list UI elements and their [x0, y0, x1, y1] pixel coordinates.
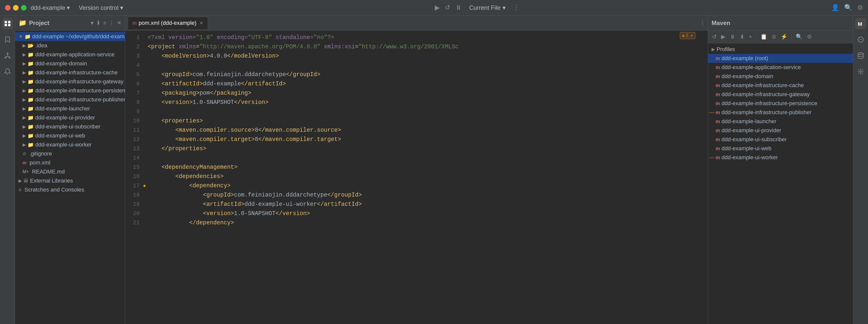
spring-icon[interactable]: [855, 66, 866, 77]
sidebar-item-infra-publisher[interactable]: ▶ 📁 ddd-example-infrastructure-publisher: [15, 95, 125, 104]
infra-cache-folder-icon: 📁: [28, 69, 34, 76]
current-file-button[interactable]: Current File ▾: [467, 3, 508, 12]
maven-refresh-icon[interactable]: ↺: [711, 33, 718, 41]
more-options-icon[interactable]: ⋮: [513, 4, 520, 11]
user-icon[interactable]: 👤: [831, 4, 839, 11]
sidebar-chevron-icon: ▾: [91, 20, 94, 27]
sidebar-title: Project: [29, 20, 88, 27]
maven-minus-publisher-icon: —: [709, 109, 715, 116]
code-line-5: <groupId>com.feiniaojin.dddarchetype</gr…: [148, 70, 708, 79]
line-num-6: 6: [125, 79, 140, 89]
sort-icon[interactable]: ≡: [103, 20, 106, 26]
maven-search-icon[interactable]: 🔍: [794, 33, 804, 41]
profiles-label: Profiles: [717, 46, 735, 53]
code-line-13: </properties>: [148, 144, 708, 153]
tab-pom-xml[interactable]: m pom.xml (ddd-example) ✕: [128, 17, 208, 29]
pause-icon[interactable]: ⏸: [455, 4, 462, 11]
maven-item-ui-provider[interactable]: m ddd-example-ui-provider: [708, 126, 853, 135]
refresh-icon[interactable]: ↺: [445, 4, 450, 11]
fullscreen-button[interactable]: [21, 5, 27, 10]
bookmarks-icon[interactable]: [2, 34, 13, 45]
tab-close-icon[interactable]: ✕: [199, 20, 203, 26]
svg-line-8: [5, 56, 7, 57]
maven-item-ui-subscriber[interactable]: m ddd-example-ui-subscriber: [708, 135, 853, 144]
editor-area: m pom.xml (ddd-example) ✕ ⋮ 1 2 3 4 5 6 …: [125, 16, 708, 324]
maven-item-domain[interactable]: m ddd-example-domain: [708, 72, 853, 81]
code-line-7: <packaging>pom</packaging>: [148, 89, 708, 98]
sidebar-item-infra-cache[interactable]: ▶ 📁 ddd-example-infrastructure-cache: [15, 68, 125, 77]
sidebar-item-ui-web[interactable]: ▶ 📁 ddd-example-ui-web: [15, 131, 125, 140]
maven-item-launcher[interactable]: m ddd-example-launcher: [708, 117, 853, 126]
sidebar-item-external-libs[interactable]: ▶ 🏛 External Libraries: [15, 176, 125, 185]
maven-item-infra-publisher[interactable]: — m ddd-example-infrastructure-publisher: [708, 108, 853, 117]
sidebar-item-app-service[interactable]: ▶ 📁 ddd-example-application-service: [15, 50, 125, 59]
run-icon[interactable]: ▶: [435, 4, 440, 11]
gutter-bookmark-icon: ◆: [143, 181, 146, 190]
code-line-21: </dependency>: [148, 218, 708, 228]
minimize-button[interactable]: [13, 5, 19, 10]
sidebar-item-launcher[interactable]: ▶ 📁 ddd-example-launcher: [15, 104, 125, 113]
sidebar-item-gitignore[interactable]: ⊘ .gitignore: [15, 149, 125, 158]
line-num-16: 16: [125, 172, 140, 181]
sidebar-item-infra-gateway[interactable]: ▶ 📁 ddd-example-infrastructure-gateway: [15, 77, 125, 86]
current-file-label: Current File: [469, 4, 501, 11]
search-icon[interactable]: 🔍: [844, 4, 852, 11]
gradle-icon[interactable]: [855, 34, 866, 45]
version-control-label: Version control: [79, 4, 119, 11]
maven-m-icon-ui-provider: m: [716, 128, 720, 134]
maven-item-ui-worker[interactable]: — m ddd-example-ui-worker: [708, 153, 853, 162]
sidebar-toolbar: ⬇ ≡ ⋮ ✕: [96, 20, 121, 26]
database-icon[interactable]: [855, 50, 866, 61]
collapse-all-icon[interactable]: ⬇: [96, 20, 101, 26]
maven-profiles-section[interactable]: ▶ Profiles: [708, 45, 853, 54]
tab-settings-icon[interactable]: ⋮: [700, 20, 705, 26]
sidebar-item-ui-worker[interactable]: ▶ 📁 ddd-example-ui-worker: [15, 140, 125, 149]
maven-item-ui-web[interactable]: m ddd-example-ui-web: [708, 144, 853, 153]
close-sidebar-icon[interactable]: ✕: [117, 20, 121, 26]
maven-debug-icon[interactable]: ⏸: [728, 33, 737, 41]
sidebar-item-readme[interactable]: M+ README.md: [15, 167, 125, 176]
maven-toggle-icon[interactable]: ⚡: [779, 33, 789, 41]
maven-add-icon[interactable]: +: [747, 33, 754, 41]
maven-settings-icon[interactable]: ⚙: [805, 33, 813, 41]
sidebar-item-idea[interactable]: ▶ 📂 .idea: [15, 41, 125, 50]
sidebar-item-infra-persistence[interactable]: ▶ 📁 ddd-example-infrastructure-persisten…: [15, 86, 125, 95]
maven-copy-icon[interactable]: 📋: [759, 33, 769, 41]
sidebar-settings-icon[interactable]: ⋮: [109, 20, 114, 26]
maven-item-infra-publisher-label: ddd-example-infrastructure-publisher: [721, 109, 812, 116]
infra-persistence-folder-icon: 📁: [28, 88, 34, 94]
close-button[interactable]: [5, 5, 10, 10]
maven-item-infra-gateway[interactable]: m ddd-example-infrastructure-gateway: [708, 90, 853, 99]
line-num-18: 18: [125, 190, 140, 200]
notifications-icon[interactable]: [2, 66, 13, 77]
external-libs-icon: 🏛: [24, 178, 29, 184]
settings-icon[interactable]: ⚙: [857, 4, 863, 11]
tree-item-root[interactable]: ▼ 📁 ddd-example ~/xdev/github/ddd-exampl…: [15, 32, 125, 41]
maven-item-infra-persistence[interactable]: m ddd-example-infrastructure-persistence: [708, 99, 853, 108]
infra-cache-label: ddd-example-infrastructure-cache: [35, 69, 118, 76]
maven-download-icon[interactable]: ⬇: [738, 33, 746, 41]
maven-m-icon-ui-worker: m: [716, 155, 720, 160]
maven-item-root[interactable]: m ddd-example (root): [708, 54, 853, 63]
maven-item-ui-provider-label: ddd-example-ui-provider: [721, 127, 781, 134]
maven-view-icon[interactable]: M: [855, 18, 866, 29]
sidebar-item-scratches[interactable]: ≡ Scratches and Consoles: [15, 185, 125, 194]
app-chevron-icon: ▾: [67, 4, 70, 11]
sidebar-item-pom[interactable]: m pom.xml: [15, 158, 125, 167]
project-view-icon[interactable]: [2, 18, 13, 29]
maven-item-app-service[interactable]: m ddd-example-application-service: [708, 63, 853, 72]
sidebar-item-ui-provider[interactable]: ▶ 📁 ddd-example-ui-provider: [15, 113, 125, 122]
sidebar-item-ui-subscriber[interactable]: ▶ 📁 ddd-example-ui-subscriber: [15, 122, 125, 131]
structure-icon[interactable]: [2, 50, 13, 61]
sidebar-item-domain[interactable]: ▶ 📁 ddd-example-domain: [15, 59, 125, 68]
app-name[interactable]: ddd-example ▾: [31, 4, 70, 11]
root-chevron-icon: ▼: [19, 34, 23, 39]
titlebar-center: ▶ ↺ ⏸ Current File ▾ ⋮: [435, 3, 520, 12]
maven-skip-icon[interactable]: ⊘: [770, 33, 778, 41]
maven-item-infra-cache[interactable]: m ddd-example-infrastructure-cache: [708, 81, 853, 90]
maven-run-icon[interactable]: ▶: [720, 33, 727, 41]
ui-web-label: ddd-example-ui-web: [35, 132, 85, 139]
version-control-button[interactable]: Version control ▾: [79, 4, 123, 11]
warning-badge[interactable]: ▲ 2 ▾: [680, 32, 695, 39]
tab-label: pom.xml (ddd-example): [139, 20, 196, 26]
